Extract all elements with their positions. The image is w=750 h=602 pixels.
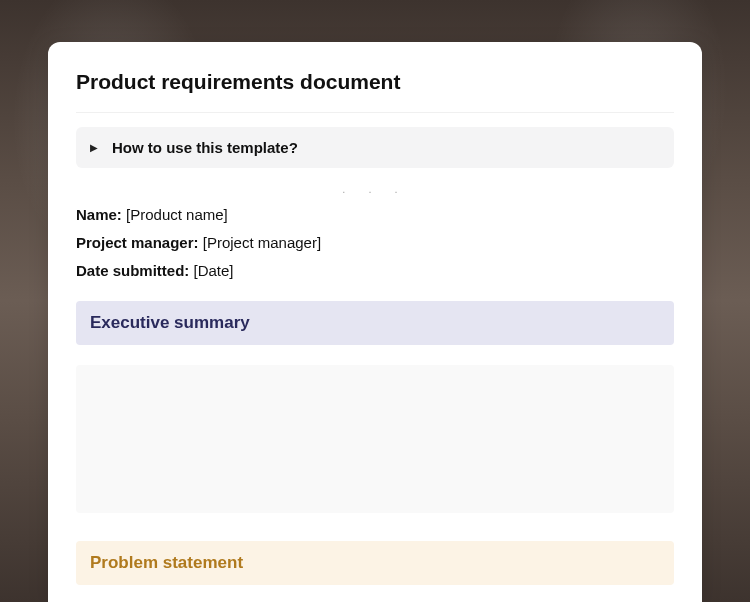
field-value: [Product name] (126, 206, 228, 223)
field-value: [Date] (194, 262, 234, 279)
meta-row-date-submitted[interactable]: Date submitted: [Date] (76, 262, 674, 279)
section-divider: . . . (76, 180, 674, 198)
meta-row-project-manager[interactable]: Project manager: [Project manager] (76, 234, 674, 251)
how-to-use-toggle[interactable]: ▶ How to use this template? (76, 127, 674, 168)
executive-summary-content[interactable] (76, 365, 674, 513)
meta-row-name[interactable]: Name: [Product name] (76, 206, 674, 223)
section-title: Problem statement (90, 553, 243, 572)
section-header-problem-statement: Problem statement (76, 541, 674, 585)
field-label: Date submitted: (76, 262, 189, 279)
section-title: Executive summary (90, 313, 250, 332)
section-header-executive-summary: Executive summary (76, 301, 674, 345)
field-value: [Project manager] (203, 234, 321, 251)
collapsible-label: How to use this template? (112, 139, 298, 156)
field-label: Project manager: (76, 234, 199, 251)
field-label: Name: (76, 206, 122, 223)
page-title: Product requirements document (76, 70, 674, 113)
document-card: Product requirements document ▶ How to u… (48, 42, 702, 602)
chevron-right-icon: ▶ (90, 142, 98, 153)
meta-fields: Name: [Product name] Project manager: [P… (76, 206, 674, 279)
